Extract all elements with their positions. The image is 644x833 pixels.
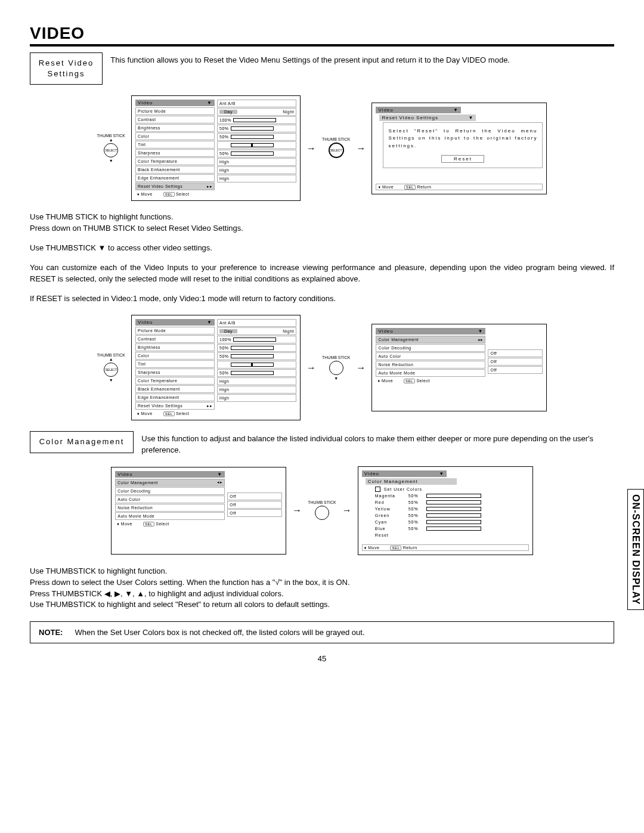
video-menu-box: Video▼ Picture Mode Contrast Brightness … bbox=[131, 95, 301, 201]
menu-item: Contrast bbox=[138, 337, 156, 341]
color-pct: 50% bbox=[408, 527, 423, 531]
day-label: Day bbox=[219, 329, 237, 333]
note-text: When the Set User Colors box is not chec… bbox=[75, 628, 364, 637]
menu-item: Edge Enhancement bbox=[138, 395, 179, 400]
pct: 50% bbox=[219, 371, 229, 375]
menu-header: Video bbox=[378, 329, 393, 334]
thumb-label: THUMB STICK bbox=[97, 353, 125, 357]
footer-sel: Select bbox=[416, 379, 429, 383]
instruction-text: Use THUMBSTICK to highlight function. Pr… bbox=[30, 566, 614, 611]
select-label: SELECT bbox=[106, 149, 117, 152]
footer-move: Move bbox=[368, 546, 379, 550]
pct: 50% bbox=[219, 346, 229, 350]
thumb-label: THUMB STICK bbox=[322, 137, 350, 141]
para: Press down to select the User Colors set… bbox=[30, 577, 614, 589]
note-label: NOTE: bbox=[39, 628, 63, 637]
val: High bbox=[219, 396, 229, 400]
footer-move: Move bbox=[141, 411, 153, 416]
menu-item: Picture Mode bbox=[138, 329, 166, 333]
reset-button: Reset bbox=[441, 155, 484, 163]
menu-item: Reset Video Settings bbox=[138, 404, 182, 408]
pct: 100% bbox=[219, 337, 231, 342]
pct: 50% bbox=[219, 354, 229, 358]
menu-item: Contrast bbox=[138, 117, 156, 122]
arrow-icon: → bbox=[356, 363, 366, 373]
menu-header: Video bbox=[364, 471, 379, 476]
menu-item: Color Decoding bbox=[378, 346, 411, 350]
set-user-colors-label: Set User Colors bbox=[384, 487, 422, 491]
footer-move: Move bbox=[382, 379, 393, 383]
color-mgmt-desc: Use this function to adjust and balance … bbox=[135, 431, 600, 455]
thumb-stick-icon: THUMB STICK SELECT bbox=[322, 137, 350, 159]
osd-diagram-2: THUMB STICK ▲ SELECT ▼ Video▼ Picture Mo… bbox=[30, 315, 614, 420]
thumb-label: THUMB STICK bbox=[308, 500, 336, 504]
menu-header: Video bbox=[138, 100, 153, 106]
menu-item: Black Enhancement bbox=[138, 387, 180, 391]
para: Use THUMBSTICK to highlight and select "… bbox=[30, 599, 614, 611]
menu-item: Edge Enhancement bbox=[138, 176, 179, 180]
pct: 100% bbox=[219, 118, 231, 122]
para: Press down on THUMB STICK to select Rese… bbox=[30, 223, 614, 234]
menu-item: Brightness bbox=[138, 345, 160, 349]
menu-item: Auto Movie Mode bbox=[117, 514, 154, 518]
val: Off bbox=[230, 503, 236, 507]
instruction-text: Use THUMB STICK to highlight functions. … bbox=[30, 212, 614, 234]
footer-move: Move bbox=[141, 192, 153, 196]
val: High bbox=[219, 388, 229, 392]
color-mgmt-menu-box: Video▼ Color Management◂▸ Color Decoding… bbox=[371, 324, 547, 411]
color-name: Magenta bbox=[375, 494, 405, 498]
para: Use THUMBSTICK to highlight function. bbox=[30, 566, 614, 577]
para: Use THUMB STICK to highlight functions. bbox=[30, 212, 614, 223]
reset-video-desc: This function allows you to Reset the Vi… bbox=[104, 52, 611, 66]
footer-sel: Select bbox=[156, 522, 169, 526]
thumb-stick-icon: THUMB STICK bbox=[308, 500, 336, 521]
color-pct: 50% bbox=[408, 513, 423, 518]
reset-label: Reset bbox=[375, 533, 405, 537]
val: Off bbox=[490, 351, 497, 355]
menu-item: Noise Reduction bbox=[378, 363, 413, 367]
menu-item: Color Temperature bbox=[138, 379, 177, 383]
color-mgmt-label: Color Management bbox=[30, 431, 134, 453]
day-label: Day bbox=[219, 110, 237, 114]
val: Off bbox=[230, 511, 236, 515]
page-number: 45 bbox=[30, 654, 614, 663]
ant-label: Ant A/B bbox=[219, 101, 236, 106]
para: Press THUMBSTICK ◀, ▶, ▼, ▲, to highligh… bbox=[30, 589, 614, 600]
reset-message: Select "Reset" to Return the Video menu … bbox=[386, 125, 540, 153]
footer-move: Move bbox=[121, 522, 132, 526]
val: Off bbox=[490, 368, 497, 372]
menu-item: Tint bbox=[138, 143, 145, 147]
color-name: Red bbox=[375, 500, 405, 504]
thumb-stick-icon: THUMB STICK ▲ SELECT ▼ bbox=[97, 353, 125, 382]
reset-confirm-box: Video▼ Reset Video Settings▼ Select "Res… bbox=[371, 103, 547, 194]
menu-item-reset: Reset Video Settings bbox=[138, 184, 182, 188]
footer-sel: Select bbox=[176, 411, 189, 416]
color-name: Yellow bbox=[375, 507, 405, 511]
thumb-stick-icon: THUMB STICK ▲ SELECT ▼ bbox=[97, 134, 125, 163]
val: Off bbox=[230, 494, 236, 498]
menu-item: Color bbox=[138, 134, 149, 138]
menu-item: Auto Color bbox=[378, 354, 401, 358]
night-label: Night bbox=[283, 110, 294, 114]
header: Video bbox=[378, 107, 393, 113]
menu-item: Picture Mode bbox=[138, 109, 166, 113]
arrow-icon: → bbox=[306, 363, 316, 373]
thumb-stick-icon: THUMB STICK ▼ bbox=[322, 355, 350, 380]
osd-diagram-1: THUMB STICK ▲ SELECT ▼ Video▼ Picture Mo… bbox=[30, 95, 614, 201]
menu-item: Color bbox=[138, 354, 149, 358]
instruction-text: You can customize each of the Video Inpu… bbox=[30, 262, 614, 285]
menu-item: Brightness bbox=[138, 126, 160, 130]
color-pct: 50% bbox=[408, 520, 423, 524]
menu-header: Video bbox=[138, 320, 153, 325]
instruction-text: If RESET is selected in Video:1 mode, on… bbox=[30, 293, 614, 305]
menu-item: Auto Color bbox=[117, 497, 140, 501]
select-label: SELECT bbox=[106, 368, 117, 371]
footer-move: Move bbox=[382, 185, 394, 189]
pct: 50% bbox=[219, 151, 229, 156]
color-pct: 50% bbox=[408, 500, 423, 504]
menu-item: Sharpness bbox=[138, 151, 160, 155]
pct: 50% bbox=[219, 135, 229, 139]
footer-sel: Select bbox=[176, 192, 189, 196]
color-name: Blue bbox=[375, 527, 405, 531]
video-menu-box: Video▼ Picture Mode Contrast Brightness … bbox=[131, 315, 301, 420]
